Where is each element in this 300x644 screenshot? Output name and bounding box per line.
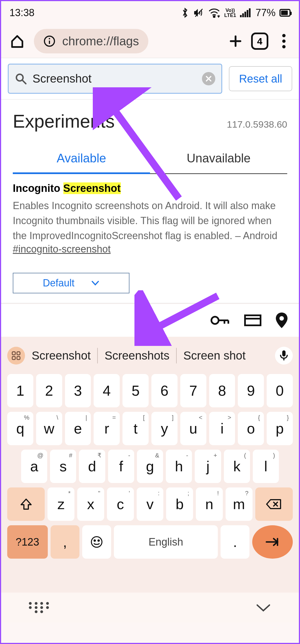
key-b[interactable]: b; (166, 487, 193, 521)
experiments-page: Experiments 117.0.5938.60 Available Unav… (1, 100, 299, 303)
svg-point-19 (211, 317, 219, 324)
key-v[interactable]: v: (137, 487, 164, 521)
key-a[interactable]: a@ (21, 450, 47, 483)
clear-search-button[interactable] (202, 72, 215, 85)
key-h[interactable]: h- (166, 450, 192, 483)
svg-rect-29 (282, 350, 286, 356)
svg-rect-25 (12, 352, 15, 355)
svg-rect-28 (17, 356, 20, 360)
keyboard-toolbar (1, 303, 299, 337)
status-bar: 13:38 Vo))LTE1 77% (1, 1, 299, 24)
soft-keyboard: Screenshot Screenshots Screen shot 12345… (1, 337, 299, 593)
key-row-bottom: ?123 , English . (7, 525, 293, 559)
comma-key[interactable]: , (51, 525, 79, 559)
collapse-keyboard-button[interactable] (256, 603, 271, 612)
key-o[interactable]: o{ (238, 412, 264, 445)
svg-point-12 (282, 34, 286, 37)
key-j[interactable]: j+ (195, 450, 221, 483)
key-0[interactable]: 0 (267, 374, 293, 407)
card-icon[interactable] (244, 314, 262, 327)
key-y[interactable]: y] (151, 412, 178, 445)
key-p[interactable]: p} (267, 412, 293, 445)
status-icons: Vo))LTE1 77% (181, 7, 291, 19)
voice-input-button[interactable] (275, 347, 293, 365)
svg-rect-2 (240, 15, 242, 17)
overflow-menu-button[interactable] (275, 32, 293, 50)
mute-vibrate-icon (193, 7, 204, 18)
key-r[interactable]: r= (94, 412, 120, 445)
flags-search-input[interactable] (32, 72, 196, 85)
key-c[interactable]: c' (107, 487, 134, 521)
tab-switcher-button[interactable]: 4 (251, 33, 268, 50)
symbols-key[interactable]: ?123 (7, 525, 48, 559)
suggestion-row: Screenshot Screenshots Screen shot (7, 342, 293, 370)
key-8[interactable]: 8 (209, 374, 235, 407)
home-button[interactable] (7, 31, 27, 51)
suggestion-apps-button[interactable] (7, 347, 25, 365)
browser-toolbar: chrome://flags 4 (1, 24, 299, 58)
svg-point-34 (94, 540, 95, 541)
page-title: Experiments (13, 111, 115, 132)
location-pin-icon[interactable] (276, 313, 288, 328)
url-bar[interactable]: chrome://flags (34, 29, 148, 53)
info-icon (43, 35, 56, 47)
key-row-qwerty: q%w\e|r=t[y]u<i>o{p} (7, 412, 293, 445)
emoji-key[interactable] (82, 525, 111, 559)
key-2[interactable]: 2 (36, 374, 62, 407)
space-key[interactable]: English (114, 525, 218, 559)
key-k[interactable]: k( (224, 450, 250, 483)
key-9[interactable]: 9 (238, 374, 264, 407)
suggestion-2[interactable]: Screenshots (102, 349, 172, 362)
key-e[interactable]: e| (65, 412, 91, 445)
key-i[interactable]: i> (209, 412, 235, 445)
suggestion-3[interactable]: Screen shot (181, 349, 248, 362)
key-m[interactable]: m? (226, 487, 252, 521)
svg-point-13 (282, 39, 286, 43)
flag-item: Incognito Screenshot Enables Incognito s… (1, 174, 299, 263)
chrome-version: 117.0.5938.60 (227, 119, 287, 130)
key-u[interactable]: u< (180, 412, 206, 445)
suggestion-1[interactable]: Screenshot (29, 349, 93, 362)
key-t[interactable]: t[ (122, 412, 149, 445)
tab-unavailable[interactable]: Unavailable (150, 151, 287, 173)
keyboard-switcher-button[interactable] (29, 602, 49, 613)
flag-anchor[interactable]: #incognito-screenshot (13, 243, 287, 255)
key-n[interactable]: n! (196, 487, 223, 521)
key-row-numbers: 1234567890 (7, 374, 293, 407)
system-nav-bar (1, 593, 299, 623)
key-4[interactable]: 4 (94, 374, 120, 407)
key-z[interactable]: z* (48, 487, 74, 521)
battery-percent: 77% (256, 7, 276, 19)
key-f[interactable]: f- (108, 450, 134, 483)
svg-point-35 (98, 540, 99, 541)
svg-point-14 (282, 45, 286, 48)
key-l[interactable]: l) (253, 450, 279, 483)
key-w[interactable]: w\ (36, 412, 62, 445)
key-password-icon[interactable] (211, 314, 230, 326)
flags-search-box[interactable] (8, 64, 222, 94)
key-s[interactable]: s# (50, 450, 76, 483)
svg-rect-27 (12, 356, 15, 360)
key-q[interactable]: q% (7, 412, 33, 445)
key-7[interactable]: 7 (180, 374, 206, 407)
tab-available[interactable]: Available (13, 151, 150, 174)
key-6[interactable]: 6 (151, 374, 178, 407)
shift-key[interactable] (7, 487, 45, 521)
key-x[interactable]: x" (77, 487, 104, 521)
svg-point-24 (279, 316, 284, 321)
flag-title: Incognito Screenshot (13, 182, 287, 194)
wifi-icon (208, 8, 220, 18)
chevron-down-icon (91, 280, 99, 286)
key-1[interactable]: 1 (7, 374, 33, 407)
new-tab-button[interactable] (227, 32, 244, 50)
key-5[interactable]: 5 (122, 374, 149, 407)
enter-key[interactable] (252, 525, 293, 559)
search-icon (15, 73, 27, 85)
key-3[interactable]: 3 (65, 374, 91, 407)
flag-state-select[interactable]: Default (13, 273, 129, 293)
key-d[interactable]: d₹ (79, 450, 105, 483)
key-g[interactable]: g& (137, 450, 163, 483)
period-key[interactable]: . (221, 525, 249, 559)
backspace-key[interactable] (255, 487, 293, 521)
reset-all-button[interactable]: Reset all (229, 66, 292, 91)
